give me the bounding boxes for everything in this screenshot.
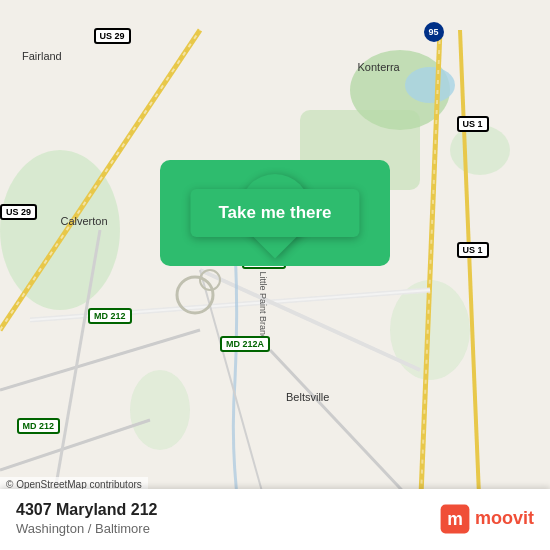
moovit-icon-svg: m (439, 503, 471, 535)
map-roads-svg (0, 0, 550, 550)
svg-line-14 (200, 270, 420, 370)
map-container: Fairland Calverton Konterra Beltsville L… (0, 0, 550, 550)
location-address: 4307 Maryland 212 (16, 501, 157, 519)
us29-badge-top: US 29 (94, 28, 131, 44)
us1-badge-top: US 1 (457, 116, 489, 132)
svg-point-2 (450, 125, 510, 175)
moovit-logo: m moovit (439, 503, 534, 535)
location-info: 4307 Maryland 212 Washington / Baltimore (16, 501, 157, 536)
svg-line-11 (460, 30, 480, 520)
location-city: Washington / Baltimore (16, 521, 157, 536)
location-card: 4307 Maryland 212 Washington / Baltimore… (0, 489, 550, 550)
us1-badge-mid: US 1 (457, 242, 489, 258)
svg-point-4 (130, 370, 190, 450)
i95-badge: 95 (424, 22, 444, 42)
md212a-badge: MD 212A (220, 336, 270, 352)
us29-badge-left: US 29 (0, 204, 37, 220)
md212-badge-left: MD 212 (88, 308, 132, 324)
location-action-card: Take me there (160, 160, 390, 266)
svg-point-6 (405, 67, 455, 103)
take-me-there-button[interactable]: Take me there (190, 189, 359, 237)
svg-text:m: m (447, 508, 463, 528)
md212-badge-bottom: MD 212 (17, 418, 61, 434)
moovit-text: moovit (475, 508, 534, 529)
